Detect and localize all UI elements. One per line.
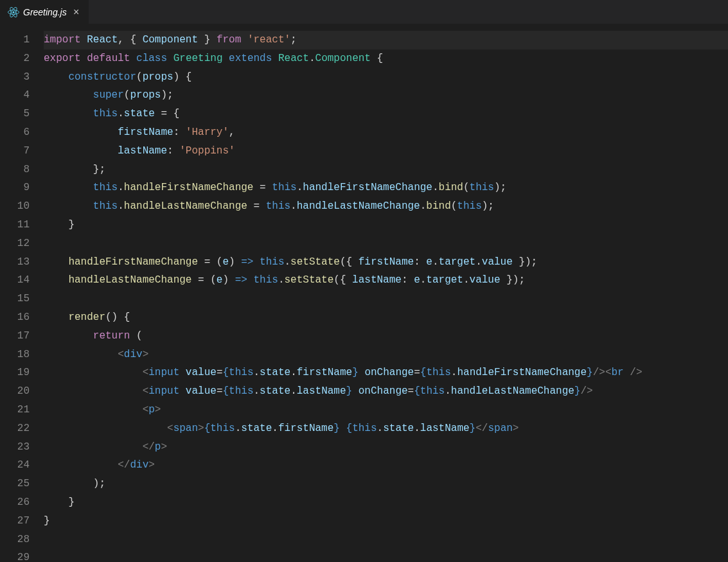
code-line[interactable]: firstName: 'Harry', <box>44 123 728 142</box>
code-line[interactable]: }; <box>44 161 728 179</box>
code-line[interactable]: ); <box>44 475 728 493</box>
line-number: 7 <box>0 142 44 161</box>
tab-bar: Greeting.js × <box>0 0 728 24</box>
line-number: 2 <box>0 49 44 68</box>
line-number: 9 <box>0 179 44 197</box>
code-line[interactable]: <input value={this.state.firstName} onCh… <box>44 364 728 382</box>
code-line[interactable]: } <box>44 512 728 531</box>
line-number: 24 <box>0 456 44 475</box>
code-area[interactable]: import React, { Component } from 'react'… <box>44 24 728 562</box>
code-line[interactable]: this.handleLastNameChange = this.handleL… <box>44 197 728 216</box>
line-number: 20 <box>0 382 44 401</box>
line-number: 18 <box>0 346 44 364</box>
line-number: 5 <box>0 105 44 123</box>
line-number: 29 <box>0 549 44 562</box>
svg-point-0 <box>12 11 14 13</box>
line-number: 17 <box>0 327 44 346</box>
code-line[interactable]: } <box>44 493 728 512</box>
code-line[interactable]: <p> <box>44 401 728 419</box>
tab-label: Greeting.js <box>23 7 67 17</box>
code-line[interactable]: <span>{this.state.firstName} {this.state… <box>44 419 728 438</box>
code-line[interactable]: <div> <box>44 346 728 364</box>
line-number: 28 <box>0 531 44 549</box>
code-line[interactable]: import React, { Component } from 'react'… <box>44 31 728 49</box>
line-number: 10 <box>0 197 44 216</box>
code-line[interactable]: } <box>44 216 728 234</box>
line-number: 25 <box>0 475 44 493</box>
code-line[interactable]: handleFirstNameChange = (e) => this.setS… <box>44 253 728 272</box>
tab-greeting-js[interactable]: Greeting.js × <box>0 0 89 24</box>
code-line[interactable]: return ( <box>44 327 728 346</box>
line-number: 26 <box>0 493 44 512</box>
line-number: 14 <box>0 271 44 290</box>
line-number: 12 <box>0 234 44 253</box>
close-icon[interactable]: × <box>71 6 82 18</box>
line-number-gutter: 1234567891011121314151617181920212223242… <box>0 24 44 562</box>
code-line[interactable]: </div> <box>44 456 728 475</box>
line-number: 8 <box>0 161 44 179</box>
code-line[interactable]: this.handleFirstNameChange = this.handle… <box>44 179 728 197</box>
code-line[interactable]: this.state = { <box>44 105 728 123</box>
line-number: 16 <box>0 308 44 327</box>
line-number: 3 <box>0 68 44 87</box>
code-line[interactable]: </p> <box>44 438 728 457</box>
line-number: 11 <box>0 216 44 234</box>
line-number: 13 <box>0 253 44 272</box>
line-number: 23 <box>0 438 44 457</box>
code-line[interactable]: handleLastNameChange = (e) => this.setSt… <box>44 271 728 290</box>
code-line[interactable]: export default class Greeting extends Re… <box>44 49 728 68</box>
line-number: 27 <box>0 512 44 531</box>
line-number: 6 <box>0 123 44 142</box>
line-number: 19 <box>0 364 44 382</box>
react-file-icon <box>8 6 19 18</box>
line-number: 15 <box>0 290 44 308</box>
line-number: 4 <box>0 86 44 105</box>
code-line[interactable]: constructor(props) { <box>44 68 728 87</box>
code-line[interactable] <box>44 290 728 308</box>
line-number: 1 <box>0 31 44 49</box>
code-line[interactable] <box>44 549 728 562</box>
code-line[interactable]: <input value={this.state.lastName} onCha… <box>44 382 728 401</box>
code-line[interactable] <box>44 531 728 549</box>
code-line[interactable] <box>44 234 728 253</box>
code-editor[interactable]: 1234567891011121314151617181920212223242… <box>0 24 728 562</box>
code-line[interactable]: render() { <box>44 308 728 327</box>
code-line[interactable]: lastName: 'Poppins' <box>44 142 728 161</box>
line-number: 22 <box>0 419 44 438</box>
code-line[interactable]: super(props); <box>44 86 728 105</box>
line-number: 21 <box>0 401 44 419</box>
